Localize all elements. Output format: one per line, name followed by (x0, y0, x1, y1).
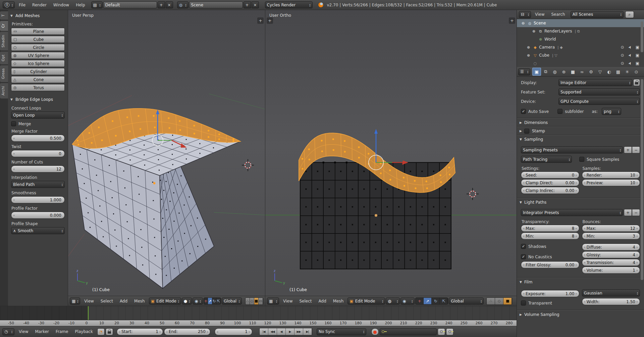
merge-checkbox[interactable] (11, 121, 16, 126)
dimensions-section-header[interactable]: ▶ Dimensions (517, 118, 644, 127)
transparency-max-slider[interactable]: ◂Max: 8▸ (521, 225, 579, 232)
eye-icon[interactable]: ⊙ (621, 61, 624, 66)
decrement-arrow-icon[interactable]: ◂ (13, 198, 14, 201)
delete-keyframe-button[interactable] (446, 328, 453, 335)
object-data-tab-icon[interactable]: ▽ (596, 68, 604, 76)
outliner-menu-search[interactable]: Search (548, 12, 568, 17)
pivot-point-selector[interactable]: ◉ ▴▾ (400, 297, 415, 305)
timeline-menu-view[interactable]: View (15, 329, 32, 334)
keying-set-field[interactable] (380, 328, 437, 335)
manipulator-axis-icon[interactable]: + (204, 297, 208, 305)
3d-scene-orthographic[interactable]: zy (265, 10, 517, 296)
bounces-max-slider[interactable]: ◂Max: 12▸ (582, 225, 640, 232)
timeline-ruler[interactable]: -50-40-30-20-100102030405060708090100110… (0, 320, 517, 326)
clamp-direct-slider[interactable]: ◂Clamp Direct: 0.00▸ (521, 179, 579, 186)
jump-start-button[interactable]: |◀ (260, 328, 268, 335)
modifiers-tab-icon[interactable]: ⚙ (587, 68, 595, 76)
vertex-select-icon[interactable]: ∴ (487, 298, 495, 305)
timeline-menu-frame[interactable]: Frame (52, 329, 71, 334)
decrement-arrow-icon[interactable]: ◂ (13, 137, 14, 140)
stamp-checkbox[interactable] (524, 129, 529, 134)
viewport-menu-select[interactable]: Select (97, 299, 116, 304)
add-cube-button[interactable]: ▢Cube (11, 36, 65, 43)
mode-selector[interactable]: ▣ Edit Mode ▴▾ (347, 297, 385, 305)
tool-shelf-tab-shadin[interactable]: Shadin (0, 32, 8, 51)
tool-shelf-tab-t[interactable]: T (0, 11, 8, 20)
current-frame-field[interactable]: ◂1▸ (215, 328, 252, 335)
menu-render[interactable]: Render (29, 3, 50, 7)
add-uv-sphere-button[interactable]: ◍UV Sphere (11, 52, 65, 59)
decrement-arrow-icon[interactable]: ◂ (13, 167, 14, 171)
camera-restrict-icon[interactable]: ▣ (636, 53, 639, 58)
screen-layout-name[interactable]: Default (103, 1, 157, 8)
sync-mode-dropdown[interactable]: No Sync▴▾ (317, 328, 366, 335)
prev-key-button[interactable]: ◀◀ (268, 328, 277, 335)
menu-window[interactable]: Window (50, 3, 72, 7)
shadows-checkbox[interactable]: ✓ (521, 244, 526, 249)
sampling-section-header[interactable]: ▼ Sampling (517, 135, 644, 143)
device-dropdown[interactable]: GPU Compute▴▾ (558, 98, 640, 105)
timeline-frames-area[interactable] (0, 306, 517, 320)
glossy-slider[interactable]: ◂Glossy: 4▸ (582, 251, 640, 258)
lock-time-cursor-button[interactable] (106, 328, 113, 335)
edge-select-icon[interactable]: ◇ (495, 298, 503, 305)
editor-type-info-menu[interactable]: i ▴▾ (3, 1, 15, 8)
feature-set-dropdown[interactable]: Supported▴▾ (558, 88, 640, 95)
menu-help[interactable]: Help (72, 3, 88, 7)
timeline-menu-playback[interactable]: Playback (71, 329, 96, 334)
outliner-filter-dropdown[interactable]: All Scenes ▴▾ (571, 11, 624, 18)
transparent-checkbox[interactable] (521, 300, 526, 306)
add-preset-button[interactable]: + (624, 146, 632, 153)
viewport-menu-select[interactable]: Select (296, 299, 315, 304)
add-torus-button[interactable]: ◎Torus (11, 84, 65, 91)
outliner-menu-view[interactable]: View (532, 12, 548, 17)
profile-factor-slider[interactable]: ◂ 0.000 (11, 212, 65, 219)
interpolation-dropdown[interactable]: Blend Path ▴▾ (11, 181, 65, 188)
region-expand-button[interactable]: + (509, 17, 515, 24)
expander-plus-icon[interactable]: ⊕ (531, 29, 537, 33)
render-engine-selector[interactable]: Cycles Render ▴▾ (265, 1, 313, 8)
viewport-menu-mesh[interactable]: Mesh (330, 299, 347, 304)
merge-factor-slider[interactable]: ◂ 0.500 (11, 135, 65, 142)
remove-preset-button[interactable]: − (632, 146, 640, 153)
light-paths-section-header[interactable]: ▼ Light Paths (517, 198, 644, 206)
camera-restrict-icon[interactable]: ▣ (636, 61, 639, 66)
stamp-section-header[interactable]: ▶ Stamp (517, 127, 644, 135)
remove-preset-button[interactable]: − (632, 209, 640, 216)
screen-layout-selector[interactable]: ▤ ▴▾ (91, 1, 103, 8)
profile-shape-dropdown[interactable]: ∧ Smooth ▴▾ (11, 227, 65, 234)
transparency-min-slider[interactable]: ◂Min: 8▸ (521, 232, 579, 240)
file-format-dropdown[interactable]: png▴▾ (602, 108, 621, 115)
start-frame-field[interactable]: ◂Start: 1▸ (117, 328, 163, 335)
tool-shelf-tab-greas[interactable]: Greas (0, 65, 8, 82)
insert-keyframe-button[interactable] (438, 328, 445, 335)
world-tab-icon[interactable]: ⊕ (559, 68, 568, 76)
film-section-header[interactable]: ▼ Film (517, 278, 644, 286)
decrement-arrow-icon[interactable]: ◂ (13, 152, 14, 155)
no-caustics-checkbox[interactable]: ✓ (521, 254, 526, 259)
texture-tab-icon[interactable]: ▩ (614, 68, 623, 76)
outliner-item-cube[interactable]: ⊕▽Cube| ▽⊙➤▣ (517, 51, 644, 59)
manipulator-translate-icon[interactable]: ↗ (208, 297, 212, 305)
face-select-icon[interactable]: ■ (503, 298, 512, 305)
add-preset-button[interactable]: + (624, 209, 632, 216)
viewport-shading-selector[interactable]: ◍ ▴▾ (386, 297, 400, 305)
panel-header-add-meshes[interactable]: ▼ Add Meshes (10, 12, 65, 19)
render-tab-icon[interactable]: ▣ (532, 68, 541, 76)
add-layout-button[interactable]: + (158, 1, 165, 8)
cursor-icon[interactable]: ➤ (627, 45, 633, 50)
jump-end-button[interactable]: ▶| (303, 328, 312, 335)
auto-keyframe-button[interactable]: ● (371, 328, 379, 335)
editor-type-timeline-menu[interactable]: ◷▴▾ (2, 328, 14, 335)
outliner-item-camera[interactable]: ⊕◆Camera| ◆⊙➤▣ (517, 43, 644, 51)
viewport-menu-mesh[interactable]: Mesh (131, 299, 148, 304)
end-frame-field[interactable]: ◂End: 250▸ (164, 328, 210, 335)
filter-width-slider[interactable]: ◂Width: 1.50▸ (582, 298, 640, 305)
particles-tab-icon[interactable]: ✳ (623, 68, 632, 76)
camera-restrict-icon[interactable]: ▣ (636, 45, 639, 50)
time-indicator-button[interactable]: ◔ (97, 328, 105, 335)
editor-type-outliner-menu[interactable]: ⊟ ▴▾ (519, 11, 531, 18)
pivot-point-selector[interactable]: ◉ ▴▾ (193, 297, 203, 305)
timeline-menu-marker[interactable]: Marker (32, 329, 52, 334)
panel-header-bridge-edge-loops[interactable]: ▼ Bridge Edge Loops (10, 96, 65, 103)
